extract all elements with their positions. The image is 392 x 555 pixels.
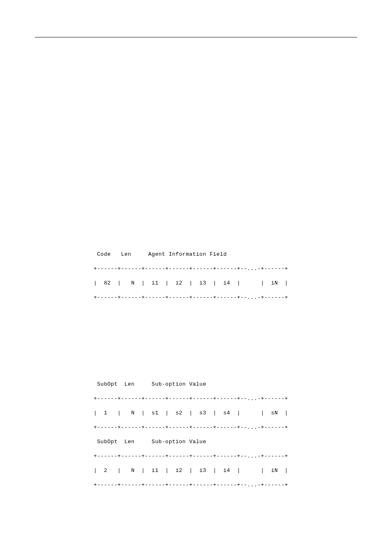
subopt2-header: SubOpt Len Sub-option Value [94,439,206,445]
diagram1-header: Code Len Agent Information Field [94,251,227,257]
subopt2-row: | 2 | N | i1 | i2 | i3 | i4 | | iN | [94,467,288,474]
subopt1-row: | 1 | N | s1 | s2 | s3 | s4 | | sN | [94,410,288,416]
subopt1-border-bottom: +------+------+------+------+------+----… [94,424,288,430]
page-header-rule [35,37,357,37]
subopt1-border-top: +------+------+------+------+------+----… [94,395,288,402]
sub-options-diagram: SubOpt Len Sub-option Value +------+----… [94,373,288,496]
diagram1-border-bottom: +------+------+------+------+------+----… [94,294,288,301]
subopt1-header: SubOpt Len Sub-option Value [94,381,206,387]
option-82-diagram: Code Len Agent Information Field +------… [94,243,288,308]
subopt2-border-top: +------+------+------+------+------+----… [94,453,288,459]
subopt2-border-bottom: +------+------+------+------+------+----… [94,482,288,488]
diagram1-border-top: +------+------+------+------+------+----… [94,266,288,272]
diagram1-row: | 82 | N | i1 | i2 | i3 | i4 | | iN | [94,280,288,286]
